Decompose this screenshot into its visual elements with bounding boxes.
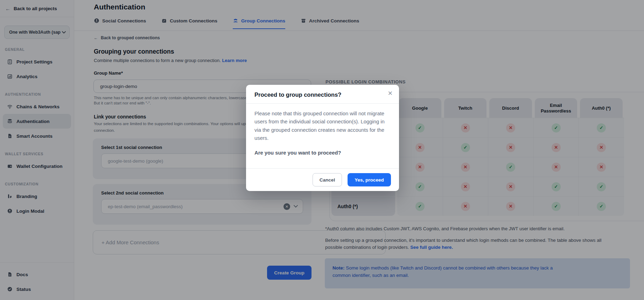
yes-proceed-button[interactable]: Yes, proceed	[348, 173, 391, 186]
close-icon[interactable]: ✕	[386, 88, 394, 98]
cancel-button[interactable]: Cancel	[313, 173, 342, 186]
modal-message: Please note that this grouped connection…	[254, 110, 391, 143]
proceed-modal: Proceed to group connections? ✕ Please n…	[246, 85, 399, 191]
modal-question: Are you sure you want to proceed?	[254, 150, 391, 156]
modal-title: Proceed to group connections?	[254, 91, 391, 98]
modal-body: Please note that this grouped connection…	[246, 104, 399, 168]
modal-footer: Cancel Yes, proceed	[246, 168, 399, 191]
modal-header: Proceed to group connections? ✕	[246, 85, 399, 104]
